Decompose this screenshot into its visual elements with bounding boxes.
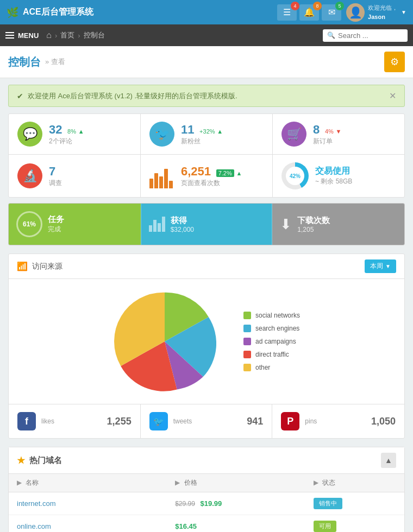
domain-price-1: $29.99 $19.99 xyxy=(167,492,305,515)
stat-info-pageviews: 6,251 7.2% ▲ 页面查看次数 xyxy=(181,164,264,188)
logo-text: ACE后台管理系统 xyxy=(23,7,93,18)
notifications-badge: 8 xyxy=(313,2,322,10)
hot-domains-section: ★ 热门域名 ▲ ▶ 名称 ▶ 价格 ▶ 状态 xyxy=(8,447,405,532)
usage-donut: 42% xyxy=(281,162,309,189)
domain-name-1: internet.com xyxy=(9,492,167,515)
hamburger-icon xyxy=(5,32,14,39)
stat-info-survey: 7 调查 xyxy=(49,164,132,188)
logo-icon: 🌿 xyxy=(7,7,18,18)
breadcrumb-sep1: › xyxy=(55,31,57,40)
star-icon: ★ xyxy=(17,455,25,466)
followers-badge: +32% xyxy=(199,128,215,135)
messages-badge: 4 xyxy=(291,2,299,10)
pageviews-count: 6,251 xyxy=(181,164,211,178)
menu-button[interactable]: MENU xyxy=(5,31,39,40)
tasks-circle: 61% xyxy=(16,211,42,237)
table-row: online.com $16.45 可用 xyxy=(9,515,404,533)
survey-label: 调查 xyxy=(49,179,132,188)
pie-chart xyxy=(113,290,216,393)
comments-icon: 💬 xyxy=(17,122,42,147)
breadcrumb-current: 控制台 xyxy=(84,30,105,40)
progress-downloads: ⬇ 下载次数 1,205 xyxy=(272,204,404,245)
messages-icon: ☰ xyxy=(283,7,291,17)
domains-header: ★ 热门域名 ▲ xyxy=(9,447,404,474)
col-status: ▶ 状态 xyxy=(305,474,404,492)
stat-info-comments: 32 8% ▲ 2个评论 xyxy=(49,123,132,146)
downloads-info: 下载次数 1,205 xyxy=(297,216,330,233)
mail-btn[interactable]: ✉ 5 xyxy=(322,4,341,21)
pt-count: 1,050 xyxy=(371,416,396,427)
survey-icon: 🔬 xyxy=(17,163,42,188)
tw-label: tweets xyxy=(173,417,192,425)
up-arrow-pv: ▲ xyxy=(236,170,242,176)
stat-info-followers: 11 +32% ▲ 新粉丝 xyxy=(181,123,264,146)
domain-status-1: 销售中 xyxy=(305,492,404,515)
tasks-title: 任务 xyxy=(48,214,64,225)
messages-btn[interactable]: ☰ 4 xyxy=(277,4,297,21)
stat-number-survey: 7 xyxy=(49,164,132,179)
earnings-title: 获得 xyxy=(171,216,194,226)
menu-bar: MENU ⌂ › 首页 › 控制台 🔍 xyxy=(0,24,413,46)
progress-row: 61% 任务 完成 获得 $32,000 ⬇ 下载次数 1,205 xyxy=(8,203,405,245)
legend-ad: ad campaigns xyxy=(243,338,300,345)
username: Jason xyxy=(368,12,398,22)
legend-other: other xyxy=(243,364,300,371)
pie-legend: social networks search engines ad campai… xyxy=(243,312,300,371)
social-row: f likes 1,255 🐦 tweets 941 P pins 1,050 xyxy=(9,404,404,438)
legend-other-label: other xyxy=(255,364,270,371)
breadcrumb-home[interactable]: 首页 xyxy=(60,30,74,40)
domains-title-text: 热门域名 xyxy=(29,455,62,466)
legend-direct-dot xyxy=(243,351,251,358)
twitter-icon: 🐦 xyxy=(149,412,168,430)
downloads-title: 下载次数 xyxy=(297,216,330,226)
legend-search-label: search engines xyxy=(255,325,299,332)
earnings-amount: $32,000 xyxy=(171,226,194,233)
stat-pageviews: 6,251 7.2% ▲ 页面查看次数 xyxy=(141,155,272,197)
alert-close-icon[interactable]: ✕ xyxy=(389,91,396,101)
settings-button[interactable]: ⚙ xyxy=(384,52,405,72)
top-nav-right: ☰ 4 🔔 8 ✉ 5 👤 欢迎光临， Jason ▼ xyxy=(277,3,406,22)
search-input[interactable] xyxy=(338,31,403,40)
search-box[interactable]: 🔍 xyxy=(323,29,408,42)
usage-percent: 42% xyxy=(286,167,304,185)
top-nav: 🌿 ACE后台管理系统 ☰ 4 🔔 8 ✉ 5 👤 欢迎光临， Jason ▼ xyxy=(0,0,413,24)
stat-followers: 🐦 11 +32% ▲ 新粉丝 xyxy=(141,114,272,154)
social-item-tw: 🐦 tweets 941 xyxy=(141,404,273,438)
social-item-fb: f likes 1,255 xyxy=(9,404,141,438)
comments-count: 32 xyxy=(49,123,62,136)
home-icon[interactable]: ⌂ xyxy=(46,30,52,40)
bar-chart-icon: 📶 xyxy=(17,261,28,271)
tasks-sub: 完成 xyxy=(48,225,64,234)
up-arrow-followers: ▲ xyxy=(217,128,223,135)
fb-count: 1,255 xyxy=(107,416,132,427)
table-row: internet.com $29.99 $19.99 销售中 xyxy=(9,492,404,515)
collapse-button[interactable]: ▲ xyxy=(381,453,396,468)
alert-check-icon: ✔ xyxy=(17,92,23,100)
legend-ad-label: ad campaigns xyxy=(255,338,296,345)
menu-label: MENU xyxy=(18,31,39,40)
earnings-bars-icon xyxy=(149,217,165,232)
user-menu[interactable]: 👤 欢迎光临， Jason ▼ xyxy=(346,3,406,22)
notifications-btn[interactable]: 🔔 8 xyxy=(299,4,319,21)
alert-banner: ✔ 欢迎使用 Ace后台管理系统 (v1.2) .轻量级好用的后台管理系统模版.… xyxy=(8,85,405,107)
domain-price-2: $16.45 xyxy=(167,515,305,533)
pie-section: social networks search engines ad campai… xyxy=(9,279,404,404)
stat-number-orders: 8 4% ▼ xyxy=(313,123,396,137)
comments-label: 2个评论 xyxy=(49,137,132,146)
tasks-info: 任务 完成 xyxy=(48,214,64,234)
domain-name-2: online.com xyxy=(9,515,167,533)
downloads-count: 1,205 xyxy=(297,226,330,233)
legend-direct: direct traffic xyxy=(243,351,300,358)
up-arrow-comments: ▲ xyxy=(78,128,84,135)
legend-search-dot xyxy=(243,325,251,332)
breadcrumb-sep2: › xyxy=(78,31,80,40)
user-dropdown-icon: ▼ xyxy=(401,9,406,15)
visit-sources-title: 📶 访问来源 xyxy=(17,261,62,271)
domains-title: ★ 热门域名 xyxy=(17,455,62,466)
survey-count: 7 xyxy=(49,164,55,178)
visit-sources-label: 访问来源 xyxy=(32,262,62,271)
stat-info-usage: 交易使用 ~ 剩余 58GB xyxy=(315,166,396,186)
period-button[interactable]: 本周 ▼ xyxy=(365,259,396,273)
stat-number-comments: 32 8% ▲ xyxy=(49,123,132,137)
legend-other-dot xyxy=(243,364,251,371)
